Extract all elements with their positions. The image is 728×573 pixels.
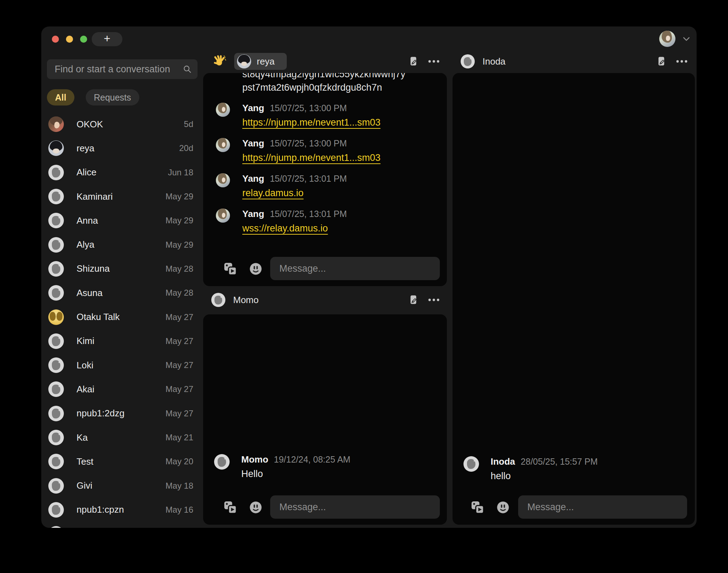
message-input[interactable]: Message... [518,495,687,519]
message-timestamp: 15/07/25, 13:00 PM [270,138,347,149]
emoji-picker-icon[interactable] [249,262,262,276]
conversation-date: May 27 [165,384,193,394]
tab-label: All [55,92,66,103]
message-group: Yang 15/07/25, 13:00 PM https://njump.me… [203,138,381,163]
conversation-list-item[interactable]: Kaminari May 29 [47,185,198,209]
message-placeholder: Message... [279,502,326,513]
conversation-list-item[interactable]: Test May 20 [47,450,198,474]
conversation-avatar [48,381,64,397]
message-timestamp: 15/07/25, 13:01 PM [270,174,347,184]
momo-avatar [211,293,225,307]
conversation-date: May 29 [165,240,193,250]
conversation-name: Alice [77,167,168,178]
conversation-date: May 27 [165,336,193,346]
conversation-avatar [48,116,64,132]
conversation-list-item[interactable]: OKOK 5d [47,112,198,136]
more-options-icon[interactable] [428,60,440,63]
reya-avatar [237,54,251,68]
search-icon [183,65,192,74]
more-options-icon[interactable] [428,298,440,302]
reya-chat-tab[interactable]: reya [234,53,287,70]
message-author: Yang [242,209,264,219]
tab-label: Requests [94,92,131,103]
message-placeholder: Message... [279,263,326,274]
sender-avatar[interactable] [214,454,230,470]
app-window: + Find or start a conversation All Reque… [41,26,697,528]
conversation-list-item[interactable]: Shizuna May 28 [47,257,198,281]
conversation-name: OKOK [77,119,184,130]
chat-title: Inoda [483,56,505,67]
minimize-window-button[interactable] [66,36,73,43]
message-link[interactable]: wss://relay.damus.io [242,223,347,234]
conversation-list-item[interactable]: Alya May 29 [47,233,198,257]
conversation-name: Kimi [77,336,165,346]
chat-title: Momo [233,295,259,306]
conversation-date: Jun 18 [168,168,193,177]
conversation-list-item[interactable]: Givi May 18 [47,474,198,497]
conversation-date: May 27 [165,360,193,370]
conversation-list-item[interactable]: Anna May 29 [47,209,198,233]
conversation-name: Alya [77,239,165,250]
message-author: Yang [242,138,264,149]
media-attach-icon[interactable] [470,500,485,515]
close-window-button[interactable] [52,36,59,43]
message-text: Hello [241,469,350,479]
conversation-avatar [48,309,64,325]
more-options-icon[interactable] [676,60,688,63]
note-compose-icon[interactable] [408,56,419,67]
inoda-avatar [461,54,475,68]
inoda-composer: Message... [453,495,695,519]
message-group: Yang 15/07/25, 13:00 PM https://njump.me… [203,103,381,128]
message-input[interactable]: Message... [270,257,440,280]
inoda-chat-header: Inoda [453,51,695,72]
conversation-list-item[interactable]: Otaku Talk May 27 [47,305,198,329]
new-chat-button[interactable]: + [92,32,122,46]
conversation-avatar [48,285,64,301]
message-link[interactable]: https://njump.me/nevent1...sm03 [242,117,381,128]
search-input[interactable]: Find or start a conversation [47,59,198,79]
conversation-avatar [48,430,64,445]
conversation-date: May 20 [165,457,193,466]
conversation-list-item[interactable]: Kimi May 27 [47,329,198,353]
message-placeholder: Message... [527,502,574,513]
sender-avatar[interactable] [216,103,230,117]
emoji-picker-icon[interactable] [496,501,510,514]
conversation-list-item[interactable]: Asuna May 28 [47,281,198,305]
conversation-list-item[interactable]: Alice Jun 18 [47,161,198,185]
media-attach-icon[interactable] [223,500,238,515]
zoom-window-button[interactable] [80,36,87,43]
momo-chat-header: Momo [203,289,447,310]
conversation-date: May 28 [165,288,193,298]
filter-tab[interactable]: Requests [86,89,139,105]
conversation-list-item[interactable] [47,522,198,528]
filter-tab[interactable]: All [47,89,74,105]
sender-avatar[interactable] [216,173,230,187]
conversation-list-item[interactable]: Loki May 27 [47,353,198,377]
conversation-list-item[interactable]: Akai May 27 [47,377,198,401]
conversation-list-item[interactable]: Ka May 21 [47,426,198,450]
conversation-date: May 28 [165,264,193,274]
conversation-name: npub1:2dzg [77,408,165,419]
message-link[interactable]: relay.damus.io [242,188,347,199]
conversation-sidebar: Find or start a conversation All Request… [47,59,198,79]
momo-composer: Message... [203,495,447,519]
message-link[interactable]: https://njump.me/nevent1...sm03 [242,152,381,163]
sender-avatar[interactable] [216,138,230,152]
emoji-picker-icon[interactable] [249,501,262,514]
sender-avatar[interactable] [463,456,479,472]
conversation-name: Akai [77,384,165,395]
conversation-date: May 29 [165,216,193,225]
sender-avatar[interactable] [216,209,230,223]
conversation-name: Otaku Talk [77,312,165,322]
conversation-date: May 18 [165,481,193,491]
conversation-list-item[interactable]: reya 20d [47,136,198,160]
message-input[interactable]: Message... [270,495,440,519]
media-attach-icon[interactable] [223,261,238,276]
conversation-avatar [48,357,64,373]
conversation-list-item[interactable]: npub1:cpzn May 16 [47,498,198,522]
conversation-date: May 27 [165,409,193,418]
conversation-avatar [48,213,64,228]
conversation-list-item[interactable]: npub1:2dzg May 27 [47,402,198,426]
note-compose-icon[interactable] [408,295,419,305]
note-compose-icon[interactable] [656,56,667,67]
